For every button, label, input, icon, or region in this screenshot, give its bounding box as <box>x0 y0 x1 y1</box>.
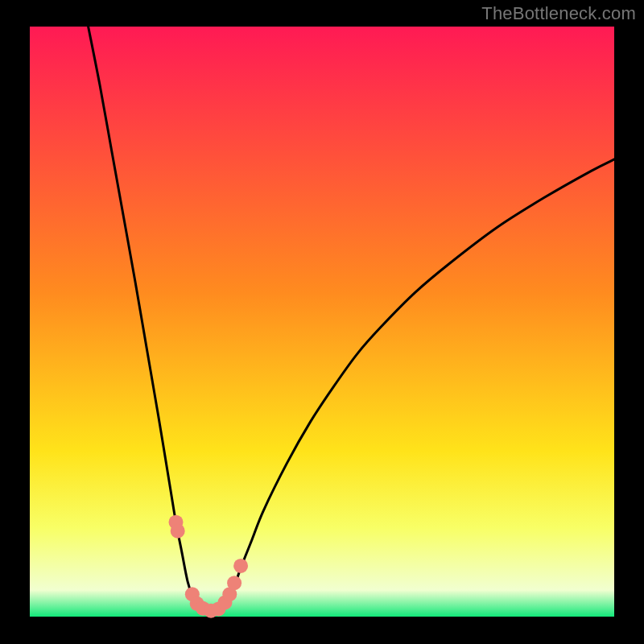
chart-frame: { "watermark": "TheBottleneck.com", "col… <box>0 0 644 644</box>
curve-marker <box>233 559 248 573</box>
curve-marker <box>227 576 242 590</box>
watermark-text: TheBottleneck.com <box>481 3 636 24</box>
plot-background <box>30 27 614 617</box>
curve-marker <box>171 524 185 539</box>
bottleneck-chart <box>0 0 644 644</box>
